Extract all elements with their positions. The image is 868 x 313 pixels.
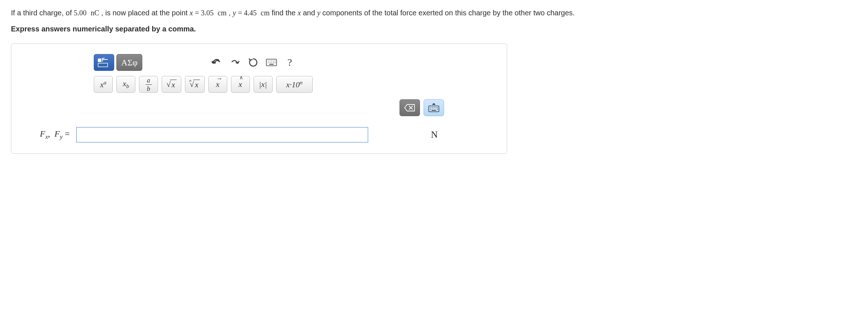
svg-point-16 xyxy=(432,107,433,108)
vector-button[interactable]: → x xyxy=(208,76,227,93)
svg-point-10 xyxy=(271,62,272,63)
scientific-notation-button[interactable]: x·10n xyxy=(276,76,313,93)
svg-point-3 xyxy=(268,61,269,61)
answer-instruction: Express answers numerically separated by… xyxy=(11,25,857,33)
label-comma: , xyxy=(48,129,52,138)
redo-icon xyxy=(230,58,240,67)
nth-root-button[interactable]: n√x xyxy=(185,76,205,93)
q-mid1: , is now placed at the point xyxy=(101,9,189,17)
sqrt-arg: x xyxy=(170,80,177,89)
answer-row: Fx, Fy = N xyxy=(21,127,497,142)
q-and: and xyxy=(303,9,317,17)
svg-point-11 xyxy=(273,62,274,63)
templates-button[interactable] xyxy=(94,54,114,71)
svg-point-4 xyxy=(270,61,270,61)
svg-point-8 xyxy=(268,62,269,63)
keyboard-toggle-button[interactable] xyxy=(424,99,444,116)
redo-button[interactable] xyxy=(227,55,243,70)
keyboard-icon xyxy=(266,59,277,66)
q-xvar: x xyxy=(190,9,193,17)
q-eq2: = xyxy=(238,9,244,17)
svg-rect-1 xyxy=(98,63,108,67)
sub-sub: b xyxy=(126,83,129,89)
nroot-n: n xyxy=(189,78,192,83)
svg-point-18 xyxy=(436,107,436,108)
frac-num: a xyxy=(146,77,152,85)
help-button[interactable]: ? xyxy=(282,55,298,70)
keyboard-button[interactable] xyxy=(263,55,279,70)
undo-button[interactable] xyxy=(209,55,225,70)
greek-letters-button[interactable]: ΑΣφ xyxy=(116,54,142,71)
q-xvar2: x xyxy=(298,9,301,17)
reset-icon xyxy=(248,58,258,67)
svg-point-20 xyxy=(430,109,431,110)
svg-point-21 xyxy=(437,109,438,110)
q-yvar: y xyxy=(233,9,236,17)
toolbar-bottom xyxy=(94,99,444,116)
subscript-button[interactable]: xb xyxy=(116,76,135,93)
sqrt-button[interactable]: √x xyxy=(162,76,181,93)
svg-rect-0 xyxy=(98,59,101,62)
svg-point-19 xyxy=(437,107,438,108)
svg-point-12 xyxy=(275,62,275,63)
answer-box: ΑΣφ xyxy=(11,43,507,154)
templates-icon xyxy=(97,57,111,68)
backspace-icon xyxy=(404,104,415,112)
fx-label: F xyxy=(40,129,45,138)
q-yvar2: y xyxy=(317,9,320,17)
svg-rect-2 xyxy=(266,59,277,66)
fy-label: F xyxy=(54,129,60,138)
nroot-arg: x xyxy=(193,80,200,89)
q-prefix: If a third charge, of xyxy=(11,9,74,17)
q-yunit: cm xyxy=(261,9,270,17)
answer-input[interactable] xyxy=(76,127,368,142)
q-sep: , xyxy=(229,9,233,17)
sci-base: x·10 xyxy=(286,80,300,89)
greek-label: ΑΣφ xyxy=(121,58,138,68)
equals-sign: = xyxy=(65,129,70,138)
sup-exp: a xyxy=(104,79,107,85)
sci-exp: n xyxy=(300,79,302,85)
svg-point-5 xyxy=(271,61,272,61)
q-mid2: find the xyxy=(272,9,298,17)
answer-label: Fx, Fy = xyxy=(21,129,72,141)
backspace-button[interactable] xyxy=(400,99,420,116)
q-charge-unit: nC xyxy=(90,9,99,17)
abs-label: |x| xyxy=(259,80,267,89)
fraction-button[interactable]: a b xyxy=(139,76,158,93)
toolbar-top: ΑΣφ xyxy=(94,54,444,71)
svg-point-7 xyxy=(275,61,275,61)
sub-base: x xyxy=(123,79,126,88)
svg-rect-13 xyxy=(269,64,274,65)
svg-point-9 xyxy=(270,62,270,63)
reset-button[interactable] xyxy=(245,55,261,70)
q-xunit: cm xyxy=(218,9,227,17)
svg-point-17 xyxy=(434,107,435,108)
answer-unit: N xyxy=(431,129,438,140)
superscript-button[interactable]: xa xyxy=(94,76,113,93)
svg-rect-22 xyxy=(432,110,436,111)
question-text: If a third charge, of 5.00 nC , is now p… xyxy=(11,7,857,18)
svg-point-6 xyxy=(273,61,274,61)
svg-rect-14 xyxy=(429,106,439,112)
sup-base: x xyxy=(100,80,104,89)
unit-vector-button[interactable]: ∧ x xyxy=(231,76,250,93)
undo-icon xyxy=(212,58,222,67)
q-yval: 4.45 xyxy=(244,9,256,17)
q-charge-val: 5.00 xyxy=(74,9,86,17)
q-xval: 3.05 xyxy=(201,9,213,17)
toolbar-area: ΑΣφ xyxy=(94,54,444,116)
q-suffix: components of the total force exerted on… xyxy=(323,9,575,17)
keyboard-toggle-icon xyxy=(428,103,439,112)
frac-den: b xyxy=(147,85,150,92)
fy-sub: y xyxy=(60,133,62,140)
absolute-value-button[interactable]: |x| xyxy=(254,76,273,93)
toolbar-mid: xa xb a b √x n√x → x xyxy=(94,76,444,93)
q-eq1: = xyxy=(195,9,201,17)
hat-arg: x xyxy=(239,80,242,89)
svg-point-15 xyxy=(430,107,431,108)
